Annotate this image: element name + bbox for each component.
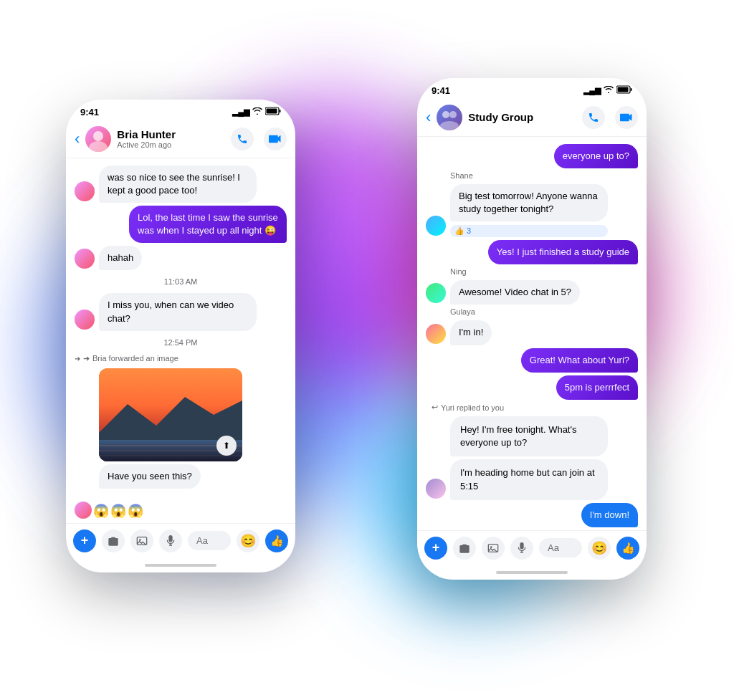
message-bubble: I'm heading home but can join at 5:15 <box>450 459 608 499</box>
share-icon[interactable]: ⬆ <box>216 436 237 456</box>
message-bubble: everyone up to? <box>554 144 638 168</box>
emoji-reaction: 😱 <box>128 503 143 519</box>
left-back-button[interactable]: ‹ <box>75 130 80 148</box>
emoji-reaction: 😱 <box>93 503 109 519</box>
camera-button[interactable] <box>453 537 476 560</box>
message-bubble: I miss you, when can we video chat? <box>99 293 257 330</box>
left-call-button[interactable] <box>231 128 254 150</box>
reaction-avatar <box>75 502 92 519</box>
landscape-image: ⬆ <box>99 368 242 461</box>
image-button[interactable] <box>482 537 505 560</box>
msg-row: hahah <box>75 246 287 270</box>
right-messages: everyone up to? Shane Big test tomorrow!… <box>417 137 647 530</box>
right-chat-header: ‹ Study Group <box>417 99 647 137</box>
message-input[interactable]: Aa <box>188 531 231 550</box>
mic-button[interactable] <box>159 529 182 552</box>
left-video-button[interactable] <box>264 128 287 150</box>
svg-rect-2 <box>280 110 281 112</box>
image-message: ⬆ <box>99 368 242 461</box>
sender-name: Gulaya <box>450 307 638 316</box>
avatar <box>426 283 446 303</box>
message-bubble: Hey! I'm free tonight. What's everyone u… <box>450 416 608 456</box>
left-header-actions <box>231 128 287 150</box>
message-bubble: hahah <box>99 246 142 270</box>
emoji-button[interactable]: 😊 <box>588 537 611 560</box>
plus-button[interactable]: + <box>424 537 447 560</box>
msg-row: Hey! I'm free tonight. What's everyone u… <box>426 416 638 500</box>
msg-row: I'm in! <box>426 320 638 345</box>
battery-icon <box>616 85 632 95</box>
svg-point-3 <box>93 131 103 141</box>
svg-point-4 <box>89 141 108 152</box>
message-bubble: I'm in! <box>450 320 492 345</box>
camera-button[interactable] <box>102 529 125 552</box>
message-bubble: I'm down! <box>581 503 638 527</box>
msg-row: I'm down! <box>426 503 638 527</box>
message-bubble: was so nice to see the sunrise! I kept a… <box>99 166 257 203</box>
like-badge: 👍 3 <box>450 225 608 237</box>
emoji-button[interactable]: 😊 <box>237 529 259 552</box>
svg-rect-24 <box>520 542 523 549</box>
sender-name: Ning <box>450 267 638 276</box>
right-status-icons: ▂▄▆ <box>583 85 632 95</box>
right-back-button[interactable]: ‹ <box>426 108 431 127</box>
right-call-button[interactable] <box>582 106 605 129</box>
left-contact-status: Active 20m ago <box>117 140 231 149</box>
reply-indicator: Yuri replied to you <box>432 403 638 412</box>
msg-row: everyone up to? <box>426 144 638 168</box>
forward-icon: ➜ <box>83 354 90 363</box>
svg-point-12 <box>139 539 141 541</box>
message-bubble: Awesome! Video chat in 5? <box>450 280 580 305</box>
avatar <box>426 324 446 344</box>
msg-row: I miss you, when can we video chat? <box>75 293 287 330</box>
avatar <box>426 216 446 236</box>
msg-row: Lol, the last time I saw the sunrise was… <box>75 206 287 243</box>
left-status-bar: 9:41 ▂▄▆ <box>66 100 295 120</box>
wifi-icon <box>604 86 614 95</box>
svg-point-19 <box>442 111 449 118</box>
left-messages: was so nice to see the sunrise! I kept a… <box>66 158 295 502</box>
avatar <box>75 249 95 269</box>
left-status-icons: ▂▄▆ <box>232 107 281 117</box>
sender-name: Shane <box>450 171 638 180</box>
emoji-reactions-row: 😱 😱 😱 <box>66 502 295 523</box>
message-input[interactable]: Aa <box>539 538 582 557</box>
right-video-button[interactable] <box>615 106 638 129</box>
msg-row: Have you seen this? <box>75 464 287 489</box>
right-phone: 9:41 ▂▄▆ ‹ Study Group <box>417 78 647 580</box>
wifi-icon <box>252 107 262 116</box>
forwarded-label: ➜ Bria forwarded an image <box>75 354 287 363</box>
image-button[interactable] <box>130 529 153 552</box>
time-divider: 12:54 PM <box>75 338 287 347</box>
mic-button[interactable] <box>510 537 533 560</box>
like-button[interactable]: 👍 <box>616 537 639 560</box>
avatar <box>75 310 95 330</box>
message-bubble: Yes! I just finished a study guide <box>488 240 638 264</box>
right-bottom-bar: + Aa 😊 👍 <box>417 530 647 565</box>
home-bar <box>145 564 216 567</box>
battery-icon <box>265 107 281 117</box>
left-time: 9:41 <box>80 107 99 118</box>
home-indicator <box>66 558 295 572</box>
svg-rect-1 <box>267 109 277 114</box>
signal-icon: ▂▄▆ <box>232 107 249 117</box>
like-button[interactable]: 👍 <box>265 529 288 552</box>
message-bubble: Great! What about Yuri? <box>521 348 638 373</box>
msg-row: ⬆ <box>75 368 287 461</box>
left-chat-header: ‹ Bria Hunter Active 20m ago <box>66 120 295 158</box>
right-group-avatar <box>437 105 462 130</box>
svg-rect-18 <box>631 88 632 91</box>
plus-button[interactable]: + <box>73 529 96 552</box>
msg-row: Big test tomorrow! Anyone wanna study to… <box>426 184 638 237</box>
left-bottom-bar: + Aa 😊 👍 <box>66 523 295 558</box>
scene: 9:41 ▂▄▆ ‹ Bria Hunter Active 20m ago <box>44 28 690 673</box>
msg-row: 5pm is perrrfect <box>426 375 638 400</box>
right-time: 9:41 <box>432 85 450 96</box>
msg-row: Great! What about Yuri? <box>426 348 638 373</box>
msg-row: Awesome! Video chat in 5? <box>426 280 638 305</box>
time-divider: 11:03 AM <box>75 277 287 286</box>
left-contact-avatar <box>85 126 111 152</box>
emoji-reaction: 😱 <box>110 503 126 519</box>
left-header-info: Bria Hunter Active 20m ago <box>117 128 231 149</box>
message-bubble: Big test tomorrow! Anyone wanna study to… <box>450 184 608 221</box>
